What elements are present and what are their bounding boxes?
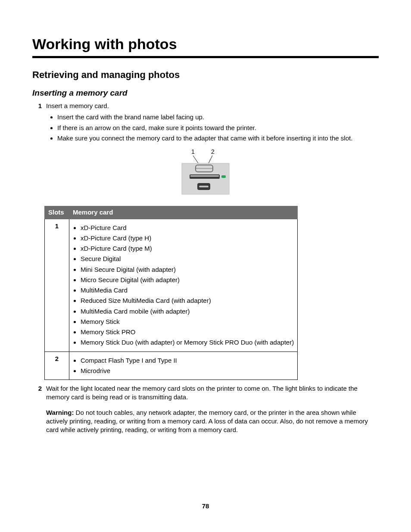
page-number: 78: [0, 502, 411, 510]
col-header-slots: Slots: [45, 206, 69, 219]
list-item: Memory Stick: [81, 317, 294, 326]
table-header-row: Slots Memory card: [45, 206, 298, 219]
chapter-rule: [32, 56, 379, 58]
list-item: xD-Picture Card (type H): [81, 234, 294, 243]
subsection-title: Inserting a memory card: [32, 87, 379, 99]
list-item: If there is an arrow on the card, make s…: [57, 124, 379, 132]
card-list: xD-Picture Card xD-Picture Card (type H)…: [73, 224, 294, 347]
slot-cell: 1: [45, 219, 69, 352]
table-row: 1 xD-Picture Card xD-Picture Card (type …: [45, 219, 298, 352]
step-1: 1 Insert a memory card.: [32, 102, 379, 110]
svg-rect-9: [199, 186, 209, 187]
step-1-bullets: Insert the card with the brand name labe…: [50, 113, 379, 143]
list-item: Microdrive: [81, 367, 294, 375]
list-item: Compact Flash Type I and Type II: [81, 356, 294, 365]
list-item: Insert the card with the brand name labe…: [57, 113, 379, 121]
list-item: xD-Picture Card (type M): [81, 244, 294, 253]
list-item: MultiMedia Card: [81, 286, 294, 295]
list-item: Secure Digital: [81, 255, 294, 263]
list-item: xD-Picture Card: [81, 224, 294, 232]
warning-paragraph: Warning: Do not touch cables, any networ…: [46, 408, 379, 435]
figure-label-2: 2: [211, 149, 215, 155]
figure-label-1: 1: [191, 149, 195, 155]
list-item: Make sure you connect the memory card to…: [57, 134, 379, 143]
document-page: Working with photos Retrieving and manag…: [0, 0, 411, 532]
table-row: 2 Compact Flash Type I and Type II Micro…: [45, 352, 298, 380]
list-item: Reduced Size MultiMedia Card (with adapt…: [81, 296, 294, 305]
step-text: Wait for the light located near the memo…: [46, 384, 379, 402]
svg-rect-6: [190, 175, 219, 177]
card-list: Compact Flash Type I and Type II Microdr…: [73, 356, 294, 376]
memory-slot-figure: 1 2: [32, 149, 379, 198]
section-title: Retrieving and managing photos: [32, 68, 379, 81]
card-list-cell: Compact Flash Type I and Type II Microdr…: [69, 352, 298, 380]
chapter-title: Working with photos: [32, 34, 379, 54]
step-number: 2: [32, 384, 42, 393]
list-item: Memory Stick Duo (with adapter) or Memor…: [81, 338, 294, 347]
warning-label: Warning:: [46, 409, 74, 416]
list-item: MultiMedia Card mobile (with adapter): [81, 307, 294, 316]
warning-body: Do not touch cables, any network adapter…: [46, 409, 368, 434]
list-item: Micro Secure Digital (with adapter): [81, 276, 294, 284]
printer-slot-illustration-icon: 1 2: [177, 149, 234, 196]
step-2: 2 Wait for the light located near the me…: [32, 384, 379, 402]
svg-rect-7: [221, 175, 226, 178]
list-item: Mini Secure Digital (with adapter): [81, 265, 294, 274]
memory-card-table: Slots Memory card 1 xD-Picture Card xD-P…: [44, 206, 298, 380]
list-item: Memory Stick PRO: [81, 328, 294, 336]
card-list-cell: xD-Picture Card xD-Picture Card (type H)…: [69, 219, 298, 352]
step-number: 1: [32, 102, 42, 110]
step-text: Insert a memory card.: [46, 102, 379, 110]
slot-cell: 2: [45, 352, 69, 380]
col-header-card: Memory card: [69, 206, 298, 219]
